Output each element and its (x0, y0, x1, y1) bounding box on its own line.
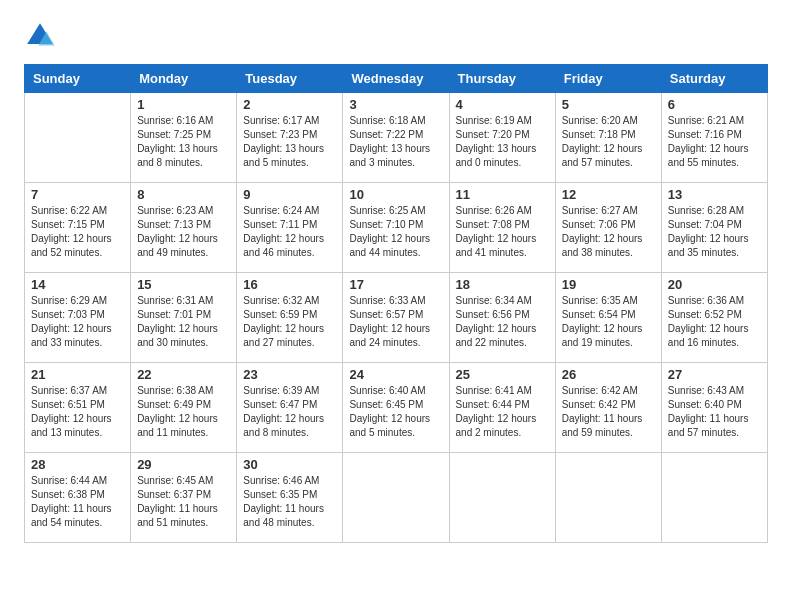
day-number: 22 (137, 367, 230, 382)
day-info: Sunrise: 6:32 AM Sunset: 6:59 PM Dayligh… (243, 294, 336, 350)
day-number: 19 (562, 277, 655, 292)
calendar-cell: 22Sunrise: 6:38 AM Sunset: 6:49 PM Dayli… (131, 363, 237, 453)
week-row-0: 1Sunrise: 6:16 AM Sunset: 7:25 PM Daylig… (25, 93, 768, 183)
day-info: Sunrise: 6:21 AM Sunset: 7:16 PM Dayligh… (668, 114, 761, 170)
calendar-cell: 10Sunrise: 6:25 AM Sunset: 7:10 PM Dayli… (343, 183, 449, 273)
calendar-cell: 27Sunrise: 6:43 AM Sunset: 6:40 PM Dayli… (661, 363, 767, 453)
day-info: Sunrise: 6:23 AM Sunset: 7:13 PM Dayligh… (137, 204, 230, 260)
header-tuesday: Tuesday (237, 65, 343, 93)
day-info: Sunrise: 6:42 AM Sunset: 6:42 PM Dayligh… (562, 384, 655, 440)
day-info: Sunrise: 6:20 AM Sunset: 7:18 PM Dayligh… (562, 114, 655, 170)
day-info: Sunrise: 6:31 AM Sunset: 7:01 PM Dayligh… (137, 294, 230, 350)
calendar-cell: 14Sunrise: 6:29 AM Sunset: 7:03 PM Dayli… (25, 273, 131, 363)
day-info: Sunrise: 6:25 AM Sunset: 7:10 PM Dayligh… (349, 204, 442, 260)
day-info: Sunrise: 6:17 AM Sunset: 7:23 PM Dayligh… (243, 114, 336, 170)
day-number: 11 (456, 187, 549, 202)
day-number: 12 (562, 187, 655, 202)
calendar-cell: 16Sunrise: 6:32 AM Sunset: 6:59 PM Dayli… (237, 273, 343, 363)
day-number: 8 (137, 187, 230, 202)
calendar-table: SundayMondayTuesdayWednesdayThursdayFrid… (24, 64, 768, 543)
week-row-1: 7Sunrise: 6:22 AM Sunset: 7:15 PM Daylig… (25, 183, 768, 273)
day-number: 4 (456, 97, 549, 112)
calendar-cell: 7Sunrise: 6:22 AM Sunset: 7:15 PM Daylig… (25, 183, 131, 273)
day-info: Sunrise: 6:28 AM Sunset: 7:04 PM Dayligh… (668, 204, 761, 260)
calendar-cell: 19Sunrise: 6:35 AM Sunset: 6:54 PM Dayli… (555, 273, 661, 363)
day-number: 9 (243, 187, 336, 202)
day-info: Sunrise: 6:43 AM Sunset: 6:40 PM Dayligh… (668, 384, 761, 440)
week-row-2: 14Sunrise: 6:29 AM Sunset: 7:03 PM Dayli… (25, 273, 768, 363)
calendar-cell: 1Sunrise: 6:16 AM Sunset: 7:25 PM Daylig… (131, 93, 237, 183)
calendar-cell: 3Sunrise: 6:18 AM Sunset: 7:22 PM Daylig… (343, 93, 449, 183)
calendar-cell: 25Sunrise: 6:41 AM Sunset: 6:44 PM Dayli… (449, 363, 555, 453)
day-number: 26 (562, 367, 655, 382)
day-info: Sunrise: 6:29 AM Sunset: 7:03 PM Dayligh… (31, 294, 124, 350)
day-info: Sunrise: 6:34 AM Sunset: 6:56 PM Dayligh… (456, 294, 549, 350)
calendar-cell (661, 453, 767, 543)
week-row-4: 28Sunrise: 6:44 AM Sunset: 6:38 PM Dayli… (25, 453, 768, 543)
day-number: 7 (31, 187, 124, 202)
day-number: 20 (668, 277, 761, 292)
calendar-cell: 17Sunrise: 6:33 AM Sunset: 6:57 PM Dayli… (343, 273, 449, 363)
day-number: 18 (456, 277, 549, 292)
day-info: Sunrise: 6:41 AM Sunset: 6:44 PM Dayligh… (456, 384, 549, 440)
day-info: Sunrise: 6:22 AM Sunset: 7:15 PM Dayligh… (31, 204, 124, 260)
header-sunday: Sunday (25, 65, 131, 93)
day-number: 27 (668, 367, 761, 382)
day-info: Sunrise: 6:27 AM Sunset: 7:06 PM Dayligh… (562, 204, 655, 260)
calendar-cell: 15Sunrise: 6:31 AM Sunset: 7:01 PM Dayli… (131, 273, 237, 363)
calendar-cell (25, 93, 131, 183)
day-number: 5 (562, 97, 655, 112)
day-number: 6 (668, 97, 761, 112)
day-info: Sunrise: 6:19 AM Sunset: 7:20 PM Dayligh… (456, 114, 549, 170)
calendar-cell: 13Sunrise: 6:28 AM Sunset: 7:04 PM Dayli… (661, 183, 767, 273)
header-monday: Monday (131, 65, 237, 93)
calendar-cell: 26Sunrise: 6:42 AM Sunset: 6:42 PM Dayli… (555, 363, 661, 453)
calendar-cell (343, 453, 449, 543)
day-number: 16 (243, 277, 336, 292)
header-saturday: Saturday (661, 65, 767, 93)
logo-icon (24, 20, 56, 52)
calendar-cell: 8Sunrise: 6:23 AM Sunset: 7:13 PM Daylig… (131, 183, 237, 273)
day-number: 23 (243, 367, 336, 382)
logo (24, 20, 60, 52)
day-info: Sunrise: 6:46 AM Sunset: 6:35 PM Dayligh… (243, 474, 336, 530)
calendar-cell (449, 453, 555, 543)
day-number: 3 (349, 97, 442, 112)
calendar-cell: 6Sunrise: 6:21 AM Sunset: 7:16 PM Daylig… (661, 93, 767, 183)
day-number: 2 (243, 97, 336, 112)
day-info: Sunrise: 6:40 AM Sunset: 6:45 PM Dayligh… (349, 384, 442, 440)
calendar-cell: 4Sunrise: 6:19 AM Sunset: 7:20 PM Daylig… (449, 93, 555, 183)
day-number: 1 (137, 97, 230, 112)
calendar-cell: 18Sunrise: 6:34 AM Sunset: 6:56 PM Dayli… (449, 273, 555, 363)
day-info: Sunrise: 6:35 AM Sunset: 6:54 PM Dayligh… (562, 294, 655, 350)
header-wednesday: Wednesday (343, 65, 449, 93)
day-number: 25 (456, 367, 549, 382)
day-number: 24 (349, 367, 442, 382)
week-row-3: 21Sunrise: 6:37 AM Sunset: 6:51 PM Dayli… (25, 363, 768, 453)
day-info: Sunrise: 6:38 AM Sunset: 6:49 PM Dayligh… (137, 384, 230, 440)
calendar-cell: 20Sunrise: 6:36 AM Sunset: 6:52 PM Dayli… (661, 273, 767, 363)
header-thursday: Thursday (449, 65, 555, 93)
day-number: 30 (243, 457, 336, 472)
header-friday: Friday (555, 65, 661, 93)
day-number: 17 (349, 277, 442, 292)
header (24, 20, 768, 52)
calendar-cell: 5Sunrise: 6:20 AM Sunset: 7:18 PM Daylig… (555, 93, 661, 183)
day-info: Sunrise: 6:37 AM Sunset: 6:51 PM Dayligh… (31, 384, 124, 440)
day-info: Sunrise: 6:45 AM Sunset: 6:37 PM Dayligh… (137, 474, 230, 530)
calendar-cell: 11Sunrise: 6:26 AM Sunset: 7:08 PM Dayli… (449, 183, 555, 273)
calendar-cell: 24Sunrise: 6:40 AM Sunset: 6:45 PM Dayli… (343, 363, 449, 453)
day-info: Sunrise: 6:33 AM Sunset: 6:57 PM Dayligh… (349, 294, 442, 350)
day-info: Sunrise: 6:18 AM Sunset: 7:22 PM Dayligh… (349, 114, 442, 170)
calendar-cell: 2Sunrise: 6:17 AM Sunset: 7:23 PM Daylig… (237, 93, 343, 183)
header-row: SundayMondayTuesdayWednesdayThursdayFrid… (25, 65, 768, 93)
calendar-cell: 30Sunrise: 6:46 AM Sunset: 6:35 PM Dayli… (237, 453, 343, 543)
day-info: Sunrise: 6:44 AM Sunset: 6:38 PM Dayligh… (31, 474, 124, 530)
day-number: 28 (31, 457, 124, 472)
day-info: Sunrise: 6:16 AM Sunset: 7:25 PM Dayligh… (137, 114, 230, 170)
day-info: Sunrise: 6:36 AM Sunset: 6:52 PM Dayligh… (668, 294, 761, 350)
calendar-body: 1Sunrise: 6:16 AM Sunset: 7:25 PM Daylig… (25, 93, 768, 543)
day-number: 10 (349, 187, 442, 202)
calendar-cell (555, 453, 661, 543)
calendar-cell: 23Sunrise: 6:39 AM Sunset: 6:47 PM Dayli… (237, 363, 343, 453)
